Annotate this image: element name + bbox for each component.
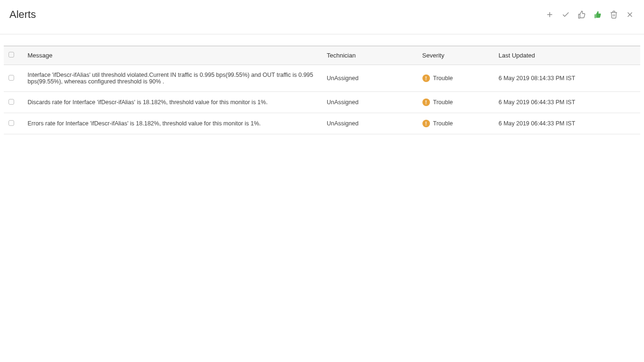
table-row[interactable]: Discards rate for Interface 'ifDescr-ifA… (4, 92, 640, 113)
thumbs-up-outline-icon[interactable] (577, 10, 586, 19)
alerts-table-wrap: Message Technician Severity Last Updated… (0, 46, 644, 134)
cell-severity: Trouble (418, 92, 494, 113)
row-checkbox[interactable] (8, 99, 14, 105)
table-row[interactable]: Errors rate for Interface 'ifDescr-ifAli… (4, 113, 640, 134)
toolbar (545, 10, 635, 19)
row-checkbox[interactable] (8, 75, 14, 81)
cell-last-updated: 6 May 2019 06:44:33 PM IST (494, 92, 641, 113)
cell-severity: Trouble (418, 113, 494, 134)
column-severity[interactable]: Severity (418, 46, 494, 65)
select-all-checkbox[interactable] (8, 52, 14, 58)
thumbs-up-filled-icon[interactable] (593, 10, 603, 19)
cell-message: Discards rate for Interface 'ifDescr-ifA… (23, 92, 322, 113)
cell-last-updated: 6 May 2019 06:44:33 PM IST (494, 113, 641, 134)
row-checkbox[interactable] (8, 120, 14, 126)
severity-label: Trouble (433, 75, 453, 82)
add-icon[interactable] (545, 10, 554, 19)
select-all-cell (4, 46, 23, 65)
trash-icon[interactable] (609, 10, 619, 19)
trouble-icon (422, 120, 430, 127)
page-header: Alerts (0, 0, 644, 34)
severity-label: Trouble (433, 99, 453, 106)
table-row[interactable]: Interface 'ifDescr-ifAlias' util thresho… (4, 65, 640, 92)
column-last-updated[interactable]: Last Updated (494, 46, 641, 65)
cell-message: Interface 'ifDescr-ifAlias' util thresho… (23, 65, 322, 92)
cell-last-updated: 6 May 2019 08:14:33 PM IST (494, 65, 641, 92)
cell-technician: UnAssigned (322, 92, 418, 113)
trouble-icon (422, 99, 430, 106)
check-icon[interactable] (561, 10, 570, 19)
alerts-table: Message Technician Severity Last Updated… (4, 46, 640, 134)
table-header-row: Message Technician Severity Last Updated (4, 46, 640, 65)
column-technician[interactable]: Technician (322, 46, 418, 65)
trouble-icon (422, 74, 430, 82)
cell-technician: UnAssigned (322, 65, 418, 92)
cell-severity: Trouble (418, 65, 494, 92)
cell-technician: UnAssigned (322, 113, 418, 134)
cell-message: Errors rate for Interface 'ifDescr-ifAli… (23, 113, 322, 134)
page-title: Alerts (9, 8, 36, 21)
severity-label: Trouble (433, 120, 453, 127)
close-icon[interactable] (625, 10, 635, 19)
column-message[interactable]: Message (23, 46, 322, 65)
